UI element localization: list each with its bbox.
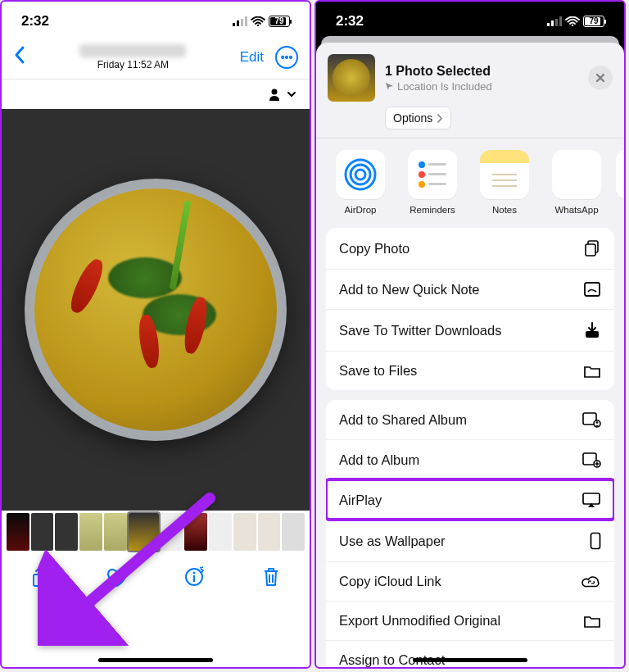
- svg-point-4: [257, 25, 259, 26]
- svg-rect-3: [245, 16, 247, 26]
- action-wallpaper[interactable]: Use as Wallpaper: [326, 520, 614, 561]
- action-export-original[interactable]: Export Unmodified Original: [326, 601, 614, 640]
- home-indicator[interactable]: [98, 658, 213, 662]
- action-save-files[interactable]: Save to Files: [326, 351, 614, 390]
- svg-rect-10: [547, 23, 550, 26]
- action-airplay[interactable]: AirPlay: [326, 479, 614, 520]
- phone-left: 2:32 79 Friday 11:52 AM Edit •••: [0, 0, 311, 669]
- svg-rect-21: [428, 163, 446, 166]
- svg-point-19: [419, 171, 425, 178]
- edit-button[interactable]: Edit: [240, 49, 264, 66]
- svg-rect-29: [586, 244, 595, 256]
- share-sheet: 1 Photo Selected Location Is Included Op…: [316, 43, 624, 667]
- airplay-icon: [581, 492, 601, 508]
- copy-icon: [581, 239, 601, 257]
- status-bar: 2:32 79: [2, 2, 310, 41]
- status-time: 2:32: [336, 13, 364, 30]
- nav-subtitle: Friday 11:52 AM: [79, 59, 186, 70]
- options-button[interactable]: Options: [385, 107, 451, 129]
- photo-viewer[interactable]: [2, 109, 310, 511]
- svg-rect-23: [428, 183, 446, 185]
- svg-point-5: [272, 89, 278, 95]
- svg-rect-38: [591, 534, 600, 549]
- add-album-icon: [581, 452, 601, 468]
- close-button[interactable]: [588, 66, 613, 90]
- action-copy-photo[interactable]: Copy Photo: [326, 228, 614, 269]
- action-icloud-link[interactable]: Copy iCloud Link: [326, 561, 614, 601]
- status-right: 79: [547, 16, 604, 27]
- more-app-icon: [616, 150, 624, 199]
- back-button[interactable]: [13, 44, 26, 70]
- svg-rect-0: [233, 23, 235, 26]
- share-targets-row[interactable]: AirDrop Reminders Notes WhatsApp: [316, 138, 624, 218]
- folder-icon: [581, 364, 601, 379]
- action-group-1: Copy Photo Add to New Quick Note Save To…: [326, 228, 614, 390]
- svg-rect-1: [237, 20, 239, 26]
- chevron-right-icon: [437, 114, 443, 123]
- svg-rect-2: [241, 19, 243, 26]
- action-shared-album[interactable]: Add to Shared Album: [326, 400, 614, 439]
- target-more[interactable]: M: [616, 150, 624, 215]
- action-quick-note[interactable]: Add to New Quick Note: [326, 269, 614, 309]
- target-reminders[interactable]: Reminders: [400, 150, 465, 215]
- location-icon: [385, 82, 394, 91]
- svg-point-20: [419, 181, 425, 188]
- trash-button[interactable]: [252, 566, 290, 588]
- nav-title-area: Friday 11:52 AM: [79, 44, 186, 70]
- sheet-subtitle: Location Is Included: [385, 80, 578, 93]
- svg-rect-11: [551, 20, 554, 26]
- svg-point-34: [596, 421, 599, 424]
- sheet-title: 1 Photo Selected: [385, 64, 578, 79]
- status-bar: 2:32 79: [316, 2, 624, 41]
- people-menu[interactable]: [269, 88, 296, 101]
- quicknote-icon: [581, 281, 601, 297]
- action-group-2: Add to Shared Album Add to Album AirPlay…: [326, 400, 614, 667]
- action-twitter-dl[interactable]: Save To Twitter Downloads: [326, 309, 614, 351]
- nav-bar: Friday 11:52 AM Edit •••: [2, 41, 310, 79]
- folder-icon: [581, 614, 601, 629]
- status-right: 79: [233, 16, 290, 27]
- target-notes[interactable]: Notes: [472, 150, 537, 215]
- svg-rect-37: [583, 493, 600, 504]
- svg-rect-25: [492, 179, 517, 181]
- svg-rect-22: [428, 173, 446, 175]
- action-assign-contact[interactable]: Assign to Contact: [326, 640, 614, 667]
- target-whatsapp[interactable]: WhatsApp: [544, 150, 609, 215]
- target-airdrop[interactable]: AirDrop: [328, 150, 393, 215]
- selected-photo-thumb: [328, 54, 375, 102]
- reminders-icon: [408, 150, 457, 199]
- svg-rect-26: [492, 185, 517, 187]
- wallpaper-icon: [581, 532, 601, 550]
- notes-icon: [480, 150, 529, 199]
- more-button[interactable]: •••: [275, 46, 298, 69]
- svg-rect-12: [555, 19, 558, 26]
- airdrop-icon: [336, 150, 385, 199]
- share-sheet-header: 1 Photo Selected Location Is Included: [316, 43, 624, 110]
- svg-rect-24: [492, 174, 517, 175]
- whatsapp-icon: [552, 150, 601, 199]
- shared-album-icon: [581, 411, 601, 428]
- svg-point-18: [419, 161, 425, 168]
- svg-point-16: [351, 165, 370, 184]
- svg-rect-13: [559, 16, 562, 26]
- download-icon: [581, 321, 601, 339]
- cloud-link-icon: [581, 574, 601, 589]
- phone-right: 2:32 79 1 Photo Selected Location Is Inc…: [314, 0, 626, 669]
- svg-point-14: [572, 25, 573, 26]
- status-time: 2:32: [21, 13, 49, 30]
- svg-point-15: [355, 170, 365, 179]
- home-indicator[interactable]: [413, 658, 527, 662]
- action-add-album[interactable]: Add to Album: [326, 439, 614, 479]
- annotation-arrow-icon: [38, 490, 218, 646]
